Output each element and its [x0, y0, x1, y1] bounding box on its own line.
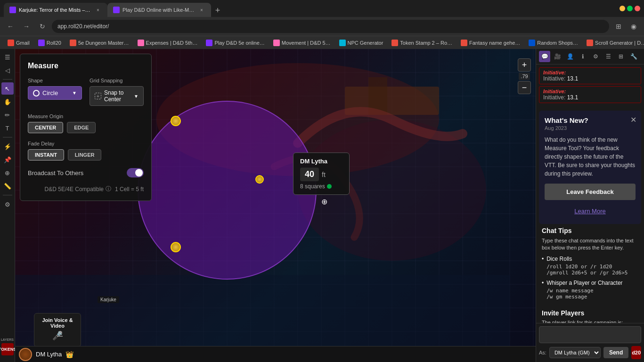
- collapse-sidebar-button[interactable]: ◁: [1, 64, 14, 76]
- bookmark-label-5e: 5e Dungeon Master…: [78, 40, 129, 46]
- zoom-out-button[interactable]: −: [518, 81, 531, 94]
- hand-tool-button[interactable]: ✋: [1, 96, 14, 108]
- info-tab-button[interactable]: ℹ: [577, 51, 588, 62]
- select-tool-button[interactable]: ↖: [1, 82, 14, 95]
- user-tab-button[interactable]: 👤: [564, 51, 576, 62]
- fade-linger-button[interactable]: LINGER: [68, 149, 102, 161]
- dnd-info-icon[interactable]: ⓘ: [106, 185, 111, 193]
- shape-label: Shape: [28, 78, 82, 83]
- tabs-container: Karjuke: Terror of the Mists – Tem… × Pl…: [4, 0, 616, 17]
- tab-2[interactable]: Play D&D Online with Like-Mind… ×: [107, 3, 211, 17]
- bottom-bar: DM Lytha 👑: [15, 346, 536, 362]
- grid-tab-button[interactable]: ⊞: [615, 51, 627, 62]
- chat-tip-dice-cmd2: /gmroll 2d6+5 or /gr 2d6>5: [546, 270, 628, 276]
- shape-dropdown[interactable]: Circle ▼: [28, 86, 82, 100]
- snap-dropdown[interactable]: Snap to Center ▼: [90, 86, 144, 106]
- tab-close-2[interactable]: ×: [198, 6, 205, 14]
- app-main: ☰ ◁ ↖ ✋ ✏ T ⚡ 📌 ⊕ 📏 ⚙ LAYERS TOKENS: [0, 49, 644, 362]
- bookmark-label-expenses: Expenses | D&D 5th…: [146, 40, 198, 46]
- origin-edge-button[interactable]: EDGE: [67, 122, 96, 133]
- map-label-karjuke: Karjuke: [98, 296, 119, 303]
- microphone-icon: 🎤̶: [38, 330, 77, 341]
- snap-icon: [95, 93, 101, 99]
- ruler-tool-button[interactable]: 📏: [1, 180, 14, 192]
- new-tab-button[interactable]: +: [211, 4, 224, 17]
- zoom-in-button[interactable]: +: [518, 58, 531, 72]
- pin-tool-button[interactable]: 📌: [1, 153, 14, 166]
- list-tab-button[interactable]: ☰: [603, 51, 614, 62]
- token-marker-dm[interactable]: [255, 175, 264, 184]
- shape-column: Shape Circle ▼: [28, 78, 82, 106]
- broadcast-toggle[interactable]: [127, 168, 144, 177]
- voice-video-popup[interactable]: Join Voice & Video 🎤̶: [34, 313, 81, 347]
- dm-popup-value-row: 40 ft: [300, 168, 342, 181]
- address-bar[interactable]: app.roll20.net/editor/: [52, 20, 609, 33]
- bookmark-random[interactable]: Random Shops…: [525, 39, 582, 47]
- bookmark-label-play: Play D&D 5e online…: [214, 40, 264, 46]
- voice-popup-title2: Video: [50, 323, 65, 329]
- bookmark-roll20[interactable]: Roll20: [34, 39, 65, 47]
- initiative-box-1: Initiative: Initiative: 13.1: [539, 67, 641, 84]
- bookmark-label-npc: NPC Generator: [348, 40, 383, 46]
- bookmark-label-random: Random Shops…: [537, 40, 578, 46]
- svg-rect-3: [345, 87, 439, 115]
- back-button[interactable]: ←: [4, 20, 17, 33]
- chat-input-field[interactable]: [539, 326, 641, 343]
- hamburger-menu-button[interactable]: ☰: [1, 51, 14, 63]
- bookmark-play[interactable]: Play D&D 5e online…: [202, 39, 268, 47]
- brush-tool-button[interactable]: ✏: [1, 109, 14, 121]
- circle-icon: [33, 90, 40, 97]
- tab-close-active[interactable]: ×: [94, 6, 102, 14]
- measure-tool-button[interactable]: ⊕: [1, 167, 14, 179]
- video-tab-button[interactable]: 🎥: [552, 51, 563, 62]
- bookmark-expenses[interactable]: Expenses | D&D 5th…: [134, 39, 202, 47]
- cursor-indicator: ⊕: [321, 197, 327, 206]
- token-marker-1[interactable]: [171, 116, 181, 126]
- settings-tool-button[interactable]: ⚙: [1, 198, 14, 210]
- settings-tab-button[interactable]: ⚙: [590, 51, 601, 62]
- token-marker-2[interactable]: [171, 242, 181, 252]
- tab-favicon-2: [113, 7, 120, 13]
- learn-more-button[interactable]: Learn More: [545, 204, 636, 218]
- text-tool-button[interactable]: T: [1, 122, 14, 134]
- fade-instant-button[interactable]: INSTANT: [28, 149, 64, 161]
- chat-tab-button[interactable]: 💬: [539, 51, 550, 62]
- map-panel[interactable]: DM Lytha 40 ft 8 squares ⊕ Karjuke + .79…: [15, 49, 536, 362]
- bookmark-movement[interactable]: Movement | D&D 5…: [269, 39, 334, 47]
- lightning-tool-button[interactable]: ⚡: [1, 140, 14, 153]
- extensions-button[interactable]: ⊞: [612, 20, 625, 33]
- tab-active[interactable]: Karjuke: Terror of the Mists – Tem… ×: [4, 3, 107, 17]
- minimize-button[interactable]: [620, 6, 625, 11]
- bookmark-token[interactable]: Token Stamp 2 – Ro…: [388, 39, 456, 47]
- bookmark-npc[interactable]: NPC Generator: [335, 39, 387, 47]
- svg-rect-4: [368, 77, 387, 115]
- profile-button[interactable]: ◉: [627, 20, 640, 33]
- measure-circle: [138, 101, 317, 280]
- forward-button[interactable]: →: [20, 20, 33, 33]
- chat-tips-intro: Type these chat commands into the text b…: [542, 237, 638, 252]
- d20-button[interactable]: d20: [631, 346, 641, 359]
- right-panel-scroll[interactable]: What's New? Aug 2023 ✕ What do you think…: [536, 108, 644, 323]
- origin-center-button[interactable]: CENTER: [28, 122, 63, 133]
- bookmark-scroll[interactable]: Scroll Generator | D…: [583, 39, 644, 47]
- reload-button[interactable]: ↻: [36, 20, 49, 33]
- chat-as-select[interactable]: DM Lytha (GM): [549, 347, 601, 358]
- leave-feedback-button[interactable]: Leave Feedback: [545, 184, 636, 200]
- bookmark-fantasy[interactable]: Fantasy name gehe…: [457, 39, 524, 47]
- chat-tip-dice-name: Dice Rolls: [546, 256, 628, 262]
- measure-origin-section: Measure Origin CENTER EDGE: [28, 113, 144, 133]
- fade-buttons: INSTANT LINGER: [28, 149, 144, 161]
- maximize-button[interactable]: [627, 6, 633, 11]
- origin-buttons: CENTER EDGE: [28, 122, 144, 133]
- initiative-top-1: Initiative:: [543, 70, 637, 75]
- right-toolbar-icons: 💬 🎥 👤 ℹ ⚙ ☰ ⊞ 🔧: [539, 51, 639, 62]
- gear-tab-button[interactable]: 🔧: [628, 51, 639, 62]
- bookmark-5e[interactable]: 5e Dungeon Master…: [66, 39, 133, 47]
- close-button[interactable]: [635, 6, 640, 11]
- tokens-layer-badge[interactable]: TOKENS: [1, 343, 14, 355]
- measure-top-row: Shape Circle ▼ Grid Snapping Snap to Cen…: [28, 78, 144, 106]
- send-button[interactable]: Send: [603, 347, 628, 358]
- bookmark-gmail[interactable]: Gmail: [4, 39, 33, 47]
- dm-popup-unit: ft: [322, 171, 326, 178]
- whats-new-close-button[interactable]: ✕: [630, 115, 636, 124]
